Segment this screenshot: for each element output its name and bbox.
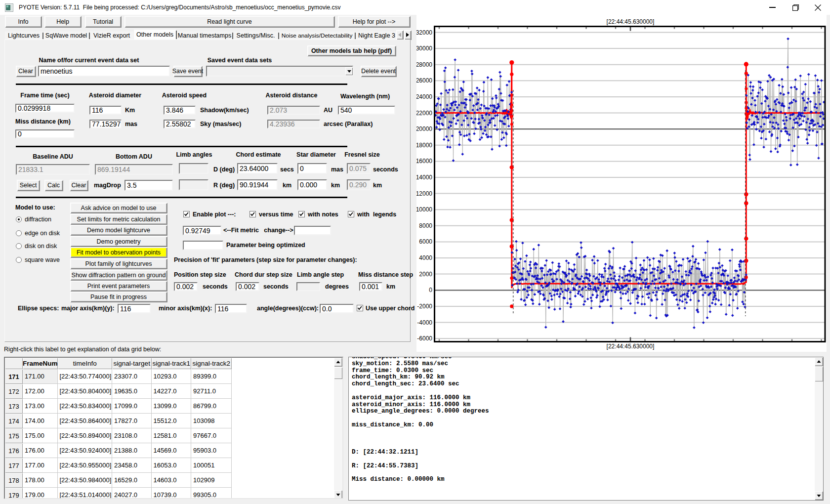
svg-text:18000: 18000 bbox=[416, 142, 432, 149]
svg-text:20000: 20000 bbox=[416, 126, 432, 132]
svg-text:[22:44:45.630000]: [22:44:45.630000] bbox=[607, 343, 655, 350]
svg-text:10000: 10000 bbox=[416, 206, 432, 213]
svg-text:26000: 26000 bbox=[416, 77, 432, 84]
svg-text:32000: 32000 bbox=[416, 29, 432, 36]
svg-text:-2000: -2000 bbox=[417, 303, 432, 310]
svg-text:12000: 12000 bbox=[416, 190, 432, 197]
svg-text:22000: 22000 bbox=[416, 110, 432, 117]
svg-text:4000: 4000 bbox=[419, 254, 432, 261]
svg-text:[22:44:45.630000]: [22:44:45.630000] bbox=[607, 18, 655, 25]
svg-text:14000: 14000 bbox=[416, 174, 432, 181]
svg-text:0: 0 bbox=[429, 287, 432, 294]
svg-text:24000: 24000 bbox=[416, 93, 432, 100]
svg-text:28000: 28000 bbox=[416, 61, 432, 68]
svg-text:-6000: -6000 bbox=[417, 335, 432, 342]
svg-text:16000: 16000 bbox=[416, 158, 432, 165]
svg-text:30000: 30000 bbox=[416, 45, 432, 52]
svg-text:6000: 6000 bbox=[419, 238, 432, 245]
svg-text:8000: 8000 bbox=[419, 222, 432, 229]
svg-text:2000: 2000 bbox=[419, 271, 432, 278]
svg-text:-4000: -4000 bbox=[417, 319, 432, 326]
